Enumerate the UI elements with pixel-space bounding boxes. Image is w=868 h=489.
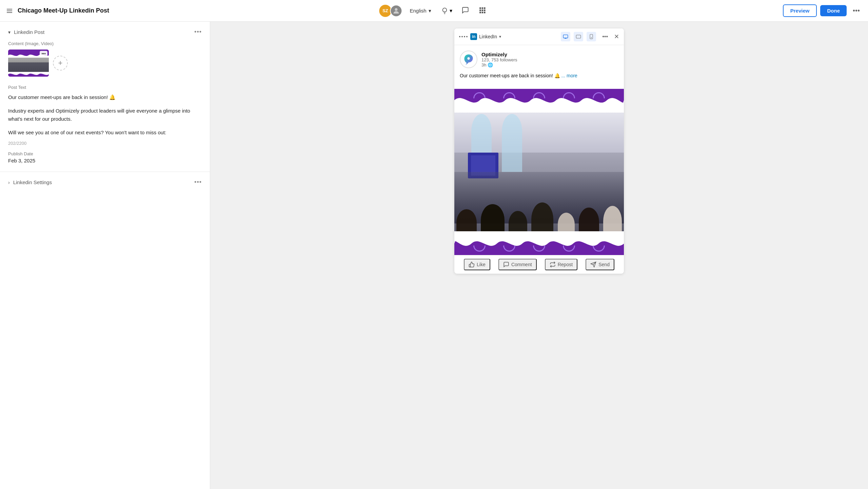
- send-button[interactable]: Send: [586, 259, 614, 270]
- tablet-landscape-view-icon[interactable]: [574, 32, 583, 41]
- post-text-content[interactable]: Our customer meet-ups are back in sessio…: [8, 93, 202, 137]
- svg-rect-2: [482, 7, 484, 9]
- header-more-icon[interactable]: •••: [850, 5, 863, 16]
- right-panel: in LinkedIn ▾ ••• ✕: [210, 22, 868, 489]
- settings-section-header: › Linkedin Settings •••: [0, 172, 210, 191]
- company-logo: [460, 51, 477, 68]
- image-row: ••• +: [8, 50, 202, 77]
- company-logo-wrapper: [460, 51, 477, 68]
- linkedin-post-section-header: ▾ Linkedin Post •••: [0, 22, 210, 41]
- main-layout: ▾ Linkedin Post ••• Content (Image, Vide…: [0, 22, 868, 489]
- linkedin-settings-section: › Linkedin Settings •••: [0, 172, 210, 191]
- done-button[interactable]: Done: [820, 5, 847, 16]
- linkedin-logo-icon: in: [470, 33, 477, 40]
- svg-rect-4: [479, 9, 481, 11]
- section-collapse-icon[interactable]: ▾: [8, 30, 11, 35]
- desktop-view-icon[interactable]: [561, 32, 570, 41]
- svg-rect-11: [576, 35, 581, 38]
- post-text-line1: Our customer meet-ups are back in sessio…: [8, 93, 202, 101]
- left-panel: ▾ Linkedin Post ••• Content (Image, Vide…: [0, 22, 210, 489]
- like-button[interactable]: Like: [464, 259, 490, 270]
- post-text-line2: Industry experts and Optimizely product …: [8, 107, 202, 123]
- menu-icon[interactable]: [5, 7, 14, 14]
- add-image-button[interactable]: +: [53, 56, 68, 71]
- svg-rect-5: [482, 9, 484, 11]
- company-info: Optimizely 123, 753 followers 3h 🌐: [481, 52, 618, 67]
- preview-topbar: in LinkedIn ▾ ••• ✕: [454, 28, 624, 45]
- repost-icon: [550, 261, 556, 268]
- optimizely-logo-icon: [462, 53, 475, 65]
- preview-handle-icon[interactable]: [459, 36, 468, 37]
- clock-icon: 🌐: [488, 62, 493, 67]
- post-header: Optimizely 123, 753 followers 3h 🌐: [460, 51, 618, 68]
- avatar-initials: SZ: [379, 5, 391, 17]
- platform-selector[interactable]: in LinkedIn ▾: [470, 33, 501, 40]
- posttext-field-label: Post Text: [8, 85, 202, 90]
- content-field-label: Content (Image, Video): [8, 41, 202, 46]
- svg-rect-8: [482, 12, 484, 13]
- image-thumb-inner: [8, 50, 49, 77]
- like-icon: [469, 261, 475, 268]
- linkedin-post-preview: Optimizely 123, 753 followers 3h 🌐 Our c…: [454, 45, 624, 89]
- preview-button[interactable]: Preview: [783, 4, 817, 17]
- mobile-view-icon[interactable]: [587, 32, 596, 41]
- preview-topbar-left: in LinkedIn ▾: [459, 33, 501, 40]
- svg-rect-6: [484, 9, 486, 11]
- avatar-group: SZ: [379, 5, 402, 17]
- section-more-icon[interactable]: •••: [194, 28, 202, 36]
- post-text-line3: Will we see you at one of our next event…: [8, 129, 202, 137]
- publish-date-section: Publish Date Feb 3, 2025: [8, 151, 202, 163]
- bottom-circles: [454, 246, 624, 252]
- svg-rect-3: [484, 7, 486, 9]
- image-thumbnail[interactable]: [8, 50, 49, 77]
- svg-rect-9: [484, 12, 486, 13]
- company-followers: 123, 753 followers: [481, 57, 618, 62]
- settings-expand-icon[interactable]: ›: [8, 180, 10, 185]
- section-linkedin-label: Linkedin Post: [14, 29, 44, 35]
- preview-more-icon[interactable]: •••: [599, 32, 611, 41]
- grid-button[interactable]: [476, 4, 489, 17]
- language-selector[interactable]: English ▾: [406, 6, 434, 16]
- content-area: Content (Image, Video): [0, 41, 210, 172]
- avatar-photo: [390, 5, 402, 17]
- post-actions: Like Comment Repost Send: [454, 255, 624, 274]
- preview-topbar-right: ••• ✕: [561, 32, 619, 41]
- section-title-row: ▾ Linkedin Post: [8, 29, 44, 35]
- more-link[interactable]: ... more: [561, 73, 577, 78]
- image-thumb-wrapper: •••: [8, 50, 49, 77]
- language-chevron-icon: ▾: [429, 8, 431, 14]
- settings-more-icon[interactable]: •••: [194, 179, 202, 186]
- comment-button[interactable]: Comment: [498, 259, 537, 270]
- svg-point-14: [467, 57, 470, 60]
- publish-date-value: Feb 3, 2025: [8, 158, 202, 163]
- svg-rect-7: [479, 12, 481, 13]
- platform-chevron-icon: ▾: [499, 34, 501, 39]
- company-name: Optimizely: [481, 52, 618, 57]
- svg-rect-10: [564, 35, 568, 38]
- svg-point-0: [395, 8, 397, 11]
- svg-rect-1: [479, 7, 481, 9]
- comment-icon: [503, 261, 509, 268]
- bulb-button[interactable]: ▾: [439, 5, 455, 16]
- post-image-container: [454, 89, 624, 255]
- settings-label: Linkedin Settings: [13, 179, 52, 185]
- top-navigation: Chicago Meet-Up Linkedin Post SZ English…: [0, 0, 868, 22]
- post-time: 3h 🌐: [481, 62, 618, 67]
- chat-button[interactable]: [459, 4, 472, 17]
- settings-title-row: › Linkedin Settings: [8, 179, 52, 185]
- post-text-preview: Our customer meet-ups are back in sessio…: [460, 72, 618, 79]
- nav-center-group: SZ English ▾ ▾: [379, 4, 489, 17]
- bulb-chevron-icon: ▾: [450, 7, 452, 14]
- preview-card: in LinkedIn ▾ ••• ✕: [454, 28, 624, 274]
- publish-date-label: Publish Date: [8, 151, 202, 156]
- language-label: English: [410, 8, 426, 14]
- platform-label: LinkedIn: [479, 34, 497, 39]
- send-icon: [590, 261, 596, 268]
- preview-close-icon[interactable]: ✕: [614, 33, 619, 40]
- conference-photo: [454, 107, 624, 236]
- char-count: 202/2200: [8, 141, 202, 146]
- top-circles: [454, 92, 624, 98]
- repost-button[interactable]: Repost: [545, 259, 577, 270]
- svg-point-13: [591, 38, 592, 38]
- nav-right-group: Preview Done •••: [783, 4, 863, 17]
